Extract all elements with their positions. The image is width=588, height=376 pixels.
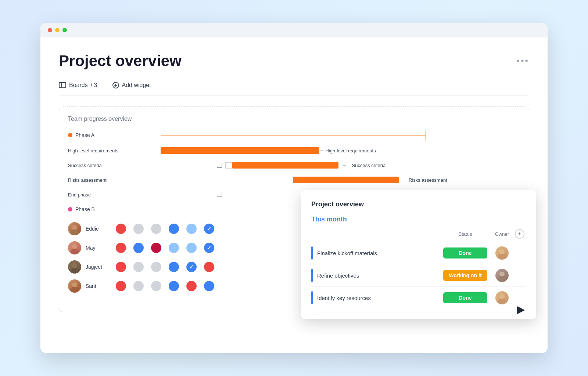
add-column-button[interactable]: + xyxy=(515,229,524,239)
svg-point-7 xyxy=(71,287,79,293)
member-name-jagjeet: Jagjeet xyxy=(86,264,111,270)
task-row-0: Finalize kickoff materials Done xyxy=(311,242,526,264)
dot-may-2[interactable] xyxy=(133,243,144,253)
app-window: Project overview ••• Boards / 3 + Add wi… xyxy=(40,23,548,353)
gantt-bar-area-2: → Success criteria xyxy=(141,160,520,171)
dot-jagjeet-5[interactable]: ✓ xyxy=(186,262,197,272)
avatar-eddie xyxy=(68,222,81,235)
task-indicator-0 xyxy=(311,246,313,260)
owner-avatar-2 xyxy=(495,291,509,304)
gantt-bar-area-1: High-level requirements → xyxy=(141,145,520,156)
dot-jagjeet-4[interactable] xyxy=(169,262,179,272)
boards-button[interactable]: Boards / 3 xyxy=(59,82,97,88)
owner-2 xyxy=(489,291,515,304)
svg-point-11 xyxy=(498,276,506,282)
gantt-label-success: Success criteria xyxy=(68,163,141,168)
status-badge-1[interactable]: Working on it xyxy=(443,270,487,281)
gantt-row-success: Success criteria → Success criteria xyxy=(68,160,520,171)
status-badge-0[interactable]: Done xyxy=(443,247,487,258)
popup-table-header: Status Owner + xyxy=(311,229,526,239)
avatar-sarit xyxy=(68,279,81,293)
dot-may-6[interactable]: ✓ xyxy=(204,243,214,253)
dot-may-4[interactable] xyxy=(169,243,179,253)
minimize-dot[interactable] xyxy=(55,28,60,32)
owner-col-header: Owner xyxy=(489,231,515,237)
toolbar-divider xyxy=(105,81,105,90)
titlebar xyxy=(40,23,548,37)
dot-eddie-3[interactable] xyxy=(151,224,161,234)
dot-jagjeet-6[interactable] xyxy=(204,262,214,272)
svg-point-5 xyxy=(71,268,79,274)
dot-sarit-5[interactable] xyxy=(186,281,197,291)
svg-point-13 xyxy=(498,299,506,304)
dot-eddie-4[interactable] xyxy=(169,224,179,234)
dot-jagjeet-1[interactable] xyxy=(116,262,126,272)
member-name-eddie: Eddie xyxy=(86,226,111,232)
avatar-may xyxy=(68,241,81,254)
maximize-dot[interactable] xyxy=(62,28,67,32)
toolbar: Boards / 3 + Add widget xyxy=(59,81,529,95)
svg-point-0 xyxy=(72,225,77,230)
popup-title: Project overview xyxy=(311,200,526,208)
dot-eddie-2[interactable] xyxy=(133,224,144,234)
dot-sarit-2[interactable] xyxy=(133,281,144,291)
dot-sarit-3[interactable] xyxy=(151,281,161,291)
dot-sarit-6[interactable] xyxy=(204,281,214,291)
dot-eddie-5[interactable] xyxy=(186,224,197,234)
gantt-label-high-level: High-level requirements xyxy=(68,148,141,153)
task-name-2: Identify key resources xyxy=(311,291,441,304)
page-title: Project overview xyxy=(59,52,529,70)
status-col-header: Status xyxy=(441,231,489,237)
svg-point-3 xyxy=(71,249,79,254)
dot-may-3[interactable] xyxy=(151,243,161,253)
dot-sarit-1[interactable] xyxy=(116,281,126,291)
member-name-may: May xyxy=(86,245,111,251)
owner-1 xyxy=(489,269,515,282)
dot-may-1[interactable] xyxy=(116,243,126,253)
task-row-2: Identify key resources Done xyxy=(311,286,526,309)
task-indicator-2 xyxy=(311,291,313,304)
panel-title: Team progress overview xyxy=(68,116,520,122)
phase-a-header: Phase A xyxy=(68,130,520,141)
dot-grid-jagjeet: ✓ xyxy=(116,262,214,272)
avatar-jagjeet xyxy=(68,260,81,274)
main-panel: Team progress overview Phase A xyxy=(59,106,529,312)
dot-grid-eddie: ✓ xyxy=(116,224,214,234)
boards-icon xyxy=(59,82,66,88)
cursor-icon: ▶ xyxy=(517,303,525,315)
dot-jagjeet-3[interactable] xyxy=(151,262,161,272)
page-content: Project overview ••• Boards / 3 + Add wi… xyxy=(40,37,548,327)
gantt-row-high-level: High-level requirements High-level requi… xyxy=(68,145,520,156)
phase-b-dot xyxy=(68,207,72,212)
svg-point-1 xyxy=(71,229,79,235)
phase-a-dot xyxy=(68,133,72,137)
add-icon: + xyxy=(112,82,119,88)
add-widget-button[interactable]: + Add widget xyxy=(112,82,151,88)
member-name-sarit: Sarit xyxy=(86,283,111,289)
task-name-0: Finalize kickoff materials xyxy=(311,246,441,260)
svg-point-8 xyxy=(499,249,505,254)
dot-sarit-4[interactable] xyxy=(169,281,179,291)
dot-eddie-1[interactable] xyxy=(116,224,126,234)
project-popup: Project overview This month Status Owner… xyxy=(301,190,536,319)
svg-point-2 xyxy=(72,244,77,249)
gantt-bar-area-3: → Risks assessment xyxy=(141,174,520,185)
more-options-button[interactable]: ••• xyxy=(517,56,529,66)
dot-may-5[interactable] xyxy=(186,243,197,253)
dot-grid-sarit xyxy=(116,281,214,291)
dot-jagjeet-2[interactable] xyxy=(133,262,144,272)
this-month-label: This month xyxy=(311,216,526,223)
status-badge-2[interactable]: Done xyxy=(443,292,487,303)
boards-count: / 3 xyxy=(91,82,97,88)
add-widget-label: Add widget xyxy=(122,82,151,88)
owner-avatar-0 xyxy=(495,246,509,260)
dot-grid-may: ✓ xyxy=(116,243,214,253)
gantt-label-end-phase: End phase xyxy=(68,192,141,198)
svg-point-6 xyxy=(72,282,77,288)
svg-point-9 xyxy=(498,254,506,260)
dot-eddie-6[interactable]: ✓ xyxy=(204,224,214,234)
close-dot[interactable] xyxy=(48,28,52,32)
task-row-1: Refine objectives Working on it xyxy=(311,264,526,286)
boards-label: Boards xyxy=(69,82,88,88)
phase-a-label: Phase A xyxy=(68,132,141,138)
